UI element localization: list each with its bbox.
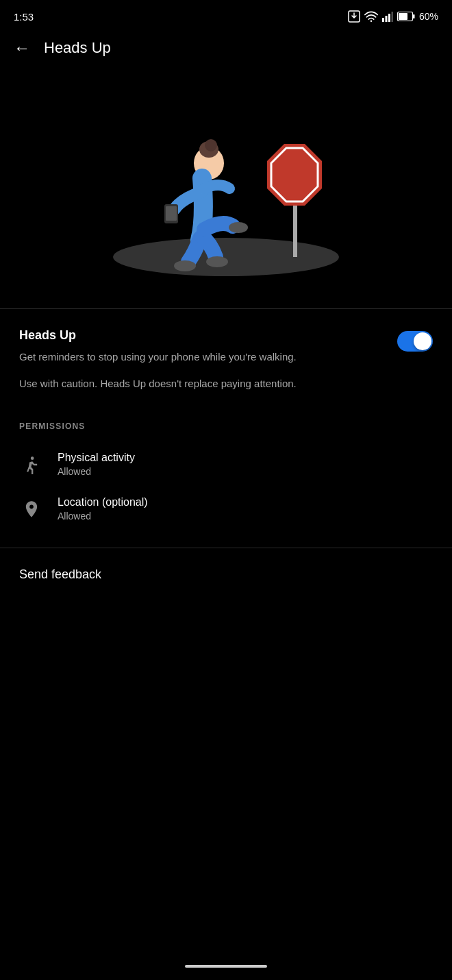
location-title: Location (optional) — [58, 496, 148, 509]
hero-svg — [82, 82, 370, 288]
physical-activity-text: Physical activity Allowed — [58, 452, 135, 477]
location-status: Allowed — [58, 511, 148, 522]
heads-up-toggle[interactable] — [397, 331, 433, 352]
caution-text: Use with caution. Heads Up doesn't repla… — [19, 376, 433, 392]
svg-rect-4 — [388, 14, 390, 22]
hero-illustration — [0, 69, 452, 308]
status-time: 1:53 — [14, 11, 34, 23]
physical-activity-status: Allowed — [58, 466, 135, 477]
svg-point-21 — [31, 456, 34, 460]
heads-up-toggle-row: Heads Up Get reminders to stop using you… — [19, 328, 433, 376]
svg-point-20 — [229, 222, 248, 233]
physical-activity-title: Physical activity — [58, 452, 135, 464]
svg-rect-17 — [166, 206, 177, 221]
svg-rect-5 — [391, 12, 393, 22]
status-bar: 1:53 60% — [0, 0, 452, 30]
page-header: ← Heads Up — [0, 30, 452, 69]
toggle-text-block: Heads Up Get reminders to stop using you… — [19, 328, 397, 376]
permissions-section: PERMISSIONS Physical activity Allowed Lo… — [0, 405, 452, 537]
running-person-icon — [19, 452, 44, 477]
svg-marker-11 — [267, 144, 322, 206]
svg-rect-8 — [399, 13, 407, 20]
status-icons: 60% — [348, 10, 438, 23]
svg-point-18 — [174, 260, 196, 271]
feature-title: Heads Up — [19, 328, 384, 343]
battery-icon — [397, 12, 415, 21]
svg-point-19 — [206, 256, 228, 267]
physical-activity-item[interactable]: Physical activity Allowed — [19, 442, 433, 487]
page-title: Heads Up — [44, 39, 111, 57]
svg-point-1 — [371, 20, 373, 22]
feature-description: Get reminders to stop using your phone w… — [19, 350, 384, 365]
location-item[interactable]: Location (optional) Allowed — [19, 487, 433, 531]
back-button[interactable]: ← — [14, 38, 30, 58]
toggle-knob — [414, 332, 431, 350]
svg-point-15 — [205, 139, 217, 151]
svg-rect-3 — [385, 16, 387, 22]
location-text: Location (optional) Allowed — [58, 496, 148, 522]
svg-rect-7 — [413, 14, 415, 19]
home-indicator — [185, 965, 267, 968]
main-content: Heads Up Get reminders to stop using you… — [0, 309, 452, 405]
send-feedback-item[interactable]: Send feedback — [0, 548, 452, 601]
battery-percent: 60% — [419, 11, 438, 22]
download-icon — [348, 10, 360, 23]
svg-point-9 — [113, 238, 339, 276]
svg-rect-2 — [382, 18, 384, 22]
wifi-icon — [364, 11, 378, 22]
signal-icon — [382, 11, 393, 22]
permissions-label: PERMISSIONS — [19, 421, 433, 431]
location-pin-icon — [19, 497, 44, 522]
send-feedback-label: Send feedback — [19, 567, 101, 581]
